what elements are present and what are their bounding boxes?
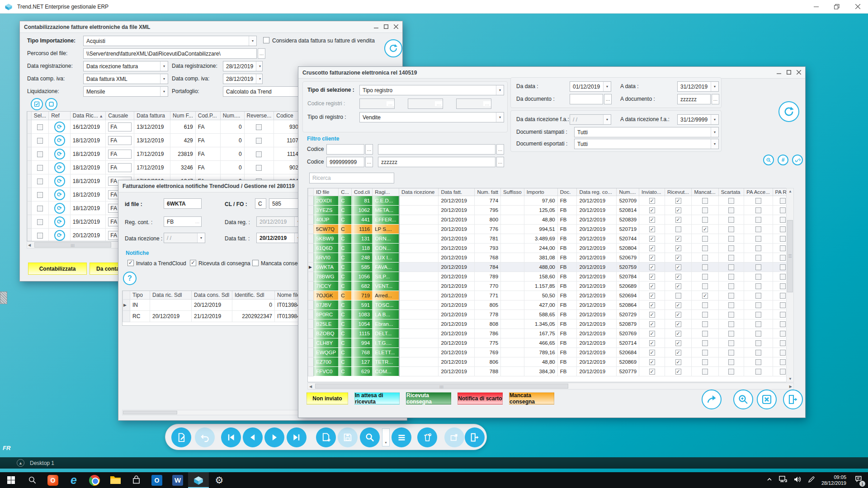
grid-checkbox[interactable] (755, 198, 761, 204)
grid-checkbox[interactable] (37, 219, 43, 225)
grid-checkbox[interactable] (755, 369, 761, 375)
grid-checkbox[interactable] (755, 302, 761, 308)
search-plus-icon[interactable] (763, 155, 774, 165)
grid-checkbox[interactable]: ✓ (675, 350, 681, 356)
data-reg-picker[interactable]: 20/12/2019▾ (256, 216, 302, 227)
pen-icon[interactable] (808, 476, 815, 485)
grid-checkbox[interactable] (755, 283, 761, 289)
last-record-icon[interactable] (287, 427, 307, 447)
minimize-icon[interactable] (806, 0, 826, 14)
start-button[interactable] (0, 472, 22, 488)
cruscotto-row[interactable]: EZ700C127TETR...20/12/201980648,80FB20/1… (308, 357, 793, 367)
grid-checkbox[interactable]: ✓ (649, 340, 655, 346)
save-icon[interactable] (338, 427, 358, 447)
da-documento-browse-button[interactable]: … (604, 94, 612, 104)
reg-cont-input[interactable]: FB… (164, 216, 202, 227)
portafoglio-select[interactable]: Calcolato da Trend▾ (223, 86, 306, 97)
contabilizzata-button[interactable]: Contabilizzata (28, 263, 87, 275)
tipo-importazione-select[interactable]: Acquisti▾ (83, 36, 257, 46)
column-header[interactable]: Ricevut... (665, 188, 692, 196)
chrome-icon[interactable] (84, 472, 105, 488)
column-header[interactable]: Doc. (557, 188, 577, 196)
grid-checkbox[interactable]: ✓ (649, 255, 655, 261)
da-data-picker[interactable]: 01/12/2019▾ (570, 81, 611, 92)
row-refresh-icon[interactable]: ⟳ (54, 162, 65, 173)
grid-checkbox[interactable]: ✓ (675, 264, 681, 270)
column-header[interactable]: C... (339, 188, 352, 196)
grid-checkbox[interactable]: ✓ (649, 245, 655, 251)
grid-checkbox[interactable]: ✓ (649, 321, 655, 327)
grid-checkbox[interactable] (755, 255, 761, 261)
grid-checkbox[interactable]: ✓ (649, 312, 655, 318)
search-plus-icon[interactable] (733, 389, 753, 409)
close-icon[interactable] (394, 24, 398, 30)
notifiche-hscrollbar[interactable] (122, 410, 298, 415)
cruscotto-row[interactable]: ▶6WKTAC585FAVA...20/12/2019784488,00FB20… (308, 263, 793, 272)
column-header[interactable]: Identific. Sdl (232, 291, 275, 300)
grid-checkbox[interactable]: ✓ (649, 217, 655, 223)
next-record-icon[interactable] (264, 427, 284, 447)
grid-checkbox[interactable]: ✓ (675, 245, 681, 251)
grid-checkbox[interactable] (755, 321, 761, 327)
causale-input[interactable]: FA (108, 122, 132, 131)
column-header[interactable]: Importo (524, 188, 557, 196)
grid-checkbox[interactable]: ✓ (649, 198, 655, 204)
column-header[interactable]: Codice (274, 112, 301, 120)
contab-titlebar[interactable]: Contabilizzazione fatture elettroniche d… (20, 21, 402, 33)
export-icon[interactable] (444, 427, 464, 447)
cruscotto-hscrollbar[interactable]: ◀ ▶ ||| (307, 383, 794, 389)
grid-checkbox[interactable]: ✓ (649, 283, 655, 289)
grid-checkbox[interactable] (728, 331, 734, 337)
column-header[interactable]: Sel... (31, 112, 48, 120)
grid-checkbox[interactable] (755, 264, 761, 270)
grid-checkbox[interactable] (728, 293, 734, 299)
column-header[interactable]: Inviato... (639, 188, 665, 196)
cruscotto-row[interactable]: BZOBQC1115DELT...20/12/2019786167,75FB20… (308, 329, 793, 338)
grid-checkbox[interactable] (780, 283, 786, 289)
codice-registro-1-input[interactable]: … (359, 99, 395, 109)
column-header[interactable]: PA Acce... (744, 188, 773, 196)
da-ricezione-picker[interactable]: / /▾ (570, 114, 611, 125)
grid-checkbox[interactable] (780, 274, 786, 280)
grid-checkbox[interactable] (728, 340, 734, 346)
column-header[interactable]: Num. fatt (475, 188, 501, 196)
grid-checkbox[interactable] (755, 236, 761, 242)
maximize-icon[interactable] (384, 24, 388, 30)
grid-checkbox[interactable] (755, 207, 761, 213)
deselect-all-icon[interactable] (45, 98, 57, 110)
grid-checkbox[interactable]: ✓ (675, 217, 681, 223)
trend-erp-icon[interactable] (188, 472, 209, 488)
grid-checkbox[interactable]: ✓ (675, 207, 681, 213)
minimize-icon[interactable] (374, 24, 378, 30)
data-comp-iva-date[interactable]: 28/12/2019▾ (223, 74, 263, 84)
grid-checkbox[interactable] (37, 233, 43, 239)
grid-checkbox[interactable] (755, 226, 761, 232)
cruscotto-row[interactable]: 40IJPC441EFFER...20/12/201980048,80FB20/… (308, 215, 793, 225)
cruscotto-row[interactable]: 8P0RCC1083LA B...20/12/2019778588,65FB20… (308, 310, 793, 319)
row-refresh-icon[interactable]: ⟳ (54, 230, 65, 241)
help-icon[interactable]: ? (123, 272, 137, 285)
column-header[interactable]: Mancat... (692, 188, 718, 196)
select-all-icon[interactable] (31, 98, 43, 110)
data-registrazione-select[interactable]: Data ricezione fattura▾ (83, 61, 168, 71)
cl-fo-type-input[interactable]: C (255, 198, 266, 209)
grid-checkbox[interactable] (37, 151, 43, 157)
column-header[interactable]: Cod.P... (195, 112, 220, 120)
grid-checkbox[interactable]: ✓ (649, 293, 655, 299)
grid-checkbox[interactable]: ✓ (649, 369, 655, 375)
column-header[interactable]: Tipo (130, 291, 150, 300)
column-header[interactable]: Cod.cli (352, 188, 373, 196)
grid-checkbox[interactable] (728, 198, 734, 204)
a-documento-browse-button[interactable]: … (712, 94, 719, 104)
grid-checkbox[interactable] (755, 340, 761, 346)
first-record-icon[interactable] (221, 427, 241, 447)
grid-checkbox[interactable] (780, 340, 786, 346)
new-record-icon[interactable] (316, 427, 336, 447)
documenti-stampati-select[interactable]: Tutti▾ (574, 127, 719, 137)
grid-checkbox[interactable] (780, 207, 786, 213)
grid-checkbox[interactable] (755, 331, 761, 337)
grid-checkbox[interactable]: ✓ (649, 207, 655, 213)
previous-record-icon[interactable] (243, 427, 263, 447)
grid-checkbox[interactable] (702, 321, 708, 327)
column-header[interactable]: Num.... (220, 112, 244, 120)
